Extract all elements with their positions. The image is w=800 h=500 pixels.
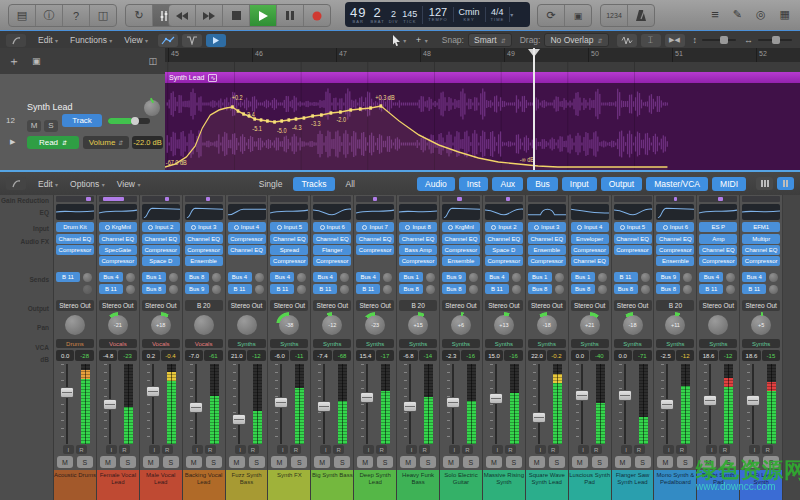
- note-pads-icon[interactable]: ✎: [733, 8, 742, 21]
- output-button[interactable]: Stereo Out: [699, 300, 737, 311]
- inspector-icon[interactable]: ⓘ: [36, 5, 63, 26]
- fader-cap[interactable]: [189, 402, 203, 413]
- send-button[interactable]: Bus 4: [99, 272, 123, 282]
- automation-parameter-button[interactable]: Volume⇵: [83, 136, 129, 149]
- send-button[interactable]: Bus 8: [185, 272, 209, 282]
- solo-button[interactable]: S: [334, 456, 350, 468]
- mixer-menu-edit[interactable]: Edit ▾: [38, 179, 58, 189]
- eq-thumbnail[interactable]: [185, 204, 223, 220]
- mute-button[interactable]: M: [529, 456, 545, 468]
- drag-dropdown[interactable]: No Overlap⇵: [544, 33, 608, 47]
- solo-button[interactable]: S: [44, 120, 58, 132]
- send-knob[interactable]: [555, 273, 564, 282]
- window-divider[interactable]: [0, 170, 800, 172]
- eq-thumbnail[interactable]: [313, 204, 351, 220]
- audio-fx-button[interactable]: Compressor: [528, 256, 566, 266]
- eq-thumbnail[interactable]: [442, 204, 480, 220]
- record-enable-button[interactable]: I: [706, 445, 717, 454]
- fader-cap[interactable]: [403, 401, 417, 412]
- output-button[interactable]: Stereo Out: [614, 300, 652, 311]
- send-knob[interactable]: [683, 285, 692, 294]
- library-icon[interactable]: ▤: [9, 5, 36, 26]
- input-monitor-button[interactable]: R: [205, 445, 216, 454]
- audio-fx-button[interactable]: Channel EQ: [656, 234, 694, 244]
- input-monitor-button[interactable]: R: [505, 445, 516, 454]
- vca-button[interactable]: Synths: [228, 339, 266, 348]
- solo-button[interactable]: S: [463, 456, 479, 468]
- audio-fx-button[interactable]: Multipr: [742, 234, 780, 244]
- record-enable-button[interactable]: I: [363, 445, 374, 454]
- input-monitor-button[interactable]: R: [419, 445, 430, 454]
- solo-button[interactable]: S: [592, 456, 608, 468]
- audio-fx-button[interactable]: Channel EQ: [99, 234, 137, 244]
- channel-name[interactable]: Acoustic Drums: [54, 470, 96, 500]
- audio-fx-button[interactable]: Compressor: [185, 245, 223, 255]
- audio-fx-button[interactable]: Compressor: [442, 245, 480, 255]
- audio-fx-button[interactable]: Ensemble: [528, 245, 566, 255]
- solo-button[interactable]: S: [163, 456, 179, 468]
- audio-fx-button[interactable]: Compressor: [742, 256, 780, 266]
- send-button[interactable]: Bus 4: [356, 272, 380, 282]
- mute-button[interactable]: M: [271, 456, 287, 468]
- send-knob[interactable]: [255, 285, 264, 294]
- eq-thumbnail[interactable]: [399, 204, 437, 220]
- send-button[interactable]: Bus 9: [185, 284, 209, 294]
- input-monitor-button[interactable]: R: [719, 445, 730, 454]
- input-button[interactable]: KrgMnl: [442, 222, 480, 232]
- track-volume-slider[interactable]: [108, 118, 150, 124]
- channel-name[interactable]: Male Vocal Lead: [140, 470, 182, 500]
- filter-output[interactable]: Output: [601, 177, 643, 191]
- play-button[interactable]: [250, 5, 277, 26]
- send-button[interactable]: B 11: [313, 284, 337, 294]
- send-knob[interactable]: [340, 285, 349, 294]
- audio-fx-button[interactable]: Channel EQ: [442, 234, 480, 244]
- send-knob[interactable]: [83, 285, 92, 294]
- duplicate-track-button[interactable]: ▣: [32, 56, 41, 66]
- send-knob[interactable]: [426, 273, 435, 282]
- solo-button[interactable]: S: [720, 456, 736, 468]
- mute-button[interactable]: M: [57, 456, 73, 468]
- record-button[interactable]: [304, 5, 330, 26]
- audio-fx-button[interactable]: Channel EQ: [142, 234, 180, 244]
- pan-knob[interactable]: +18: [151, 315, 171, 335]
- apple-loops-icon[interactable]: ◎: [756, 8, 766, 21]
- solo-button[interactable]: S: [506, 456, 522, 468]
- channel-name[interactable]: Solo Electric Guitar: [440, 470, 482, 500]
- send-button[interactable]: Bus 4: [228, 272, 252, 282]
- filter-input[interactable]: Input: [562, 177, 597, 191]
- pan-knob[interactable]: +5: [751, 315, 771, 335]
- output-button[interactable]: Stereo Out: [356, 300, 394, 311]
- solo-button[interactable]: S: [420, 456, 436, 468]
- input-monitor-button[interactable]: R: [76, 445, 87, 454]
- send-button[interactable]: Bus 8: [399, 284, 423, 294]
- mixer-menu-view[interactable]: View ▾: [117, 179, 141, 189]
- record-enable-button[interactable]: I: [149, 445, 160, 454]
- mixer-menu-options[interactable]: Options ▾: [70, 179, 105, 189]
- channel-name[interactable]: Female Vocal Lead: [97, 470, 139, 500]
- send-knob[interactable]: [169, 273, 178, 282]
- audio-fx-button[interactable]: Channel EQ: [571, 256, 609, 266]
- audio-fx-button[interactable]: Channel EQ: [185, 234, 223, 244]
- send-knob[interactable]: [726, 273, 735, 282]
- mute-button[interactable]: M: [143, 456, 159, 468]
- audio-fx-button[interactable]: Flanger: [313, 245, 351, 255]
- eq-thumbnail[interactable]: [699, 204, 737, 220]
- mute-button[interactable]: M: [100, 456, 116, 468]
- fader-cap[interactable]: [146, 386, 160, 397]
- vca-button[interactable]: Vocals: [99, 339, 137, 348]
- input-button[interactable]: Input 2: [142, 222, 180, 232]
- list-editors-icon[interactable]: ≡: [711, 7, 719, 22]
- channel-name[interactable]: Square Wave Synth Lead: [526, 470, 568, 500]
- send-knob[interactable]: [598, 285, 607, 294]
- solo-button[interactable]: S: [206, 456, 222, 468]
- send-button[interactable]: B 11: [99, 284, 123, 294]
- input-button[interactable]: Input 6: [313, 222, 351, 232]
- snap-dropdown[interactable]: Smart⇵: [468, 33, 512, 47]
- fader-cap[interactable]: [532, 412, 546, 423]
- record-enable-button[interactable]: I: [235, 445, 246, 454]
- eq-thumbnail[interactable]: [528, 204, 566, 220]
- record-enable-button[interactable]: I: [578, 445, 589, 454]
- automation-icon[interactable]: [158, 34, 178, 47]
- send-button[interactable]: Bus 1: [399, 272, 423, 282]
- pointer-tool-button[interactable]: ▾: [392, 35, 406, 46]
